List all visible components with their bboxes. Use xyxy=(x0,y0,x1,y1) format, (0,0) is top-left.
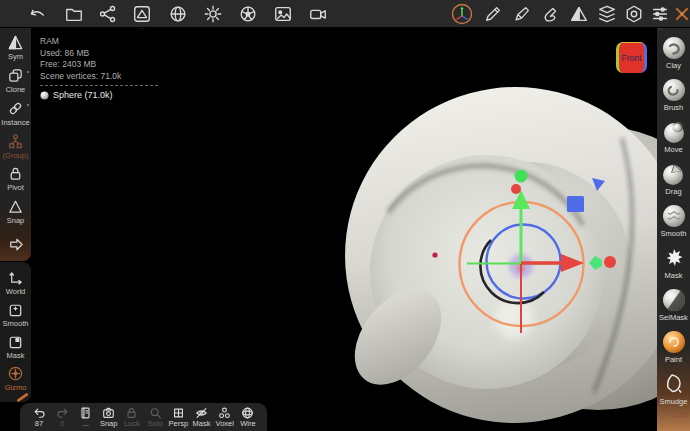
redo-button[interactable]: 0 xyxy=(51,406,73,428)
transform-panel: World Smooth Mask Gizmo xyxy=(0,262,31,402)
lock-icon xyxy=(124,406,139,420)
files-button[interactable] xyxy=(62,2,86,26)
paint-thumb-icon xyxy=(662,330,686,354)
camera-snap-icon xyxy=(101,406,116,420)
solo-button[interactable]: Solo xyxy=(144,406,166,428)
render-wheel-icon xyxy=(238,4,258,24)
layers-icon xyxy=(597,4,617,24)
lighting-button[interactable] xyxy=(201,2,225,26)
bake-button[interactable] xyxy=(0,228,31,261)
gizmo-handle-blue-square[interactable] xyxy=(567,196,584,212)
snap-view-button[interactable]: Snap xyxy=(98,406,120,428)
history-button[interactable]: … xyxy=(74,406,96,428)
stats-vertices: Scene vertices: 71.0k xyxy=(40,71,158,83)
smudge-tool[interactable]: Smudge xyxy=(657,368,690,410)
stats-separator xyxy=(40,85,158,86)
share-button[interactable] xyxy=(96,2,120,26)
topology-tools-button[interactable] xyxy=(670,2,690,26)
camera-button[interactable] xyxy=(306,2,330,26)
scene-object-row[interactable]: Sphere (71.0k) xyxy=(40,90,158,102)
voxel-icon xyxy=(217,406,232,420)
scene-button[interactable]: … xyxy=(130,2,154,26)
group-icon xyxy=(7,133,24,150)
gizmo-handle-pivot-dot[interactable] xyxy=(432,252,437,257)
clay-thumb-icon xyxy=(662,36,686,60)
lighting-sun-icon xyxy=(203,4,223,24)
sliders-button[interactable]: … xyxy=(648,2,672,26)
panel-resize-handle[interactable] xyxy=(16,393,28,403)
stats-used: Used: 86 MB xyxy=(40,48,158,60)
settings-button[interactable] xyxy=(622,2,646,26)
wireframe-button[interactable]: Wire xyxy=(237,406,259,428)
voxel-button[interactable]: Voxel xyxy=(214,406,236,428)
render-button[interactable] xyxy=(236,2,260,26)
sym-button[interactable]: Sym xyxy=(0,31,31,64)
gizmo-tool-button[interactable] xyxy=(450,2,474,26)
layers-button[interactable] xyxy=(595,2,619,26)
paint-tool-button[interactable] xyxy=(510,2,534,26)
instance-button[interactable]: Instance xyxy=(0,97,31,130)
undo-button[interactable]: 87 xyxy=(28,406,50,428)
axis-icon xyxy=(7,269,24,286)
clay-tool[interactable]: Clay xyxy=(657,32,690,74)
smooth-thumb-icon xyxy=(662,204,686,228)
background-image-button[interactable] xyxy=(271,2,295,26)
mask-tool[interactable]: Mask xyxy=(657,242,690,284)
undo-icon xyxy=(32,406,47,420)
view-cube-label: Front xyxy=(622,53,642,63)
sculpt-app-window: … xyxy=(0,0,690,431)
symmetry-icon xyxy=(7,34,24,51)
lock-view-button[interactable]: Lock xyxy=(121,406,143,428)
share-nodes-icon xyxy=(98,4,118,24)
perspective-button[interactable]: Persp xyxy=(167,406,189,428)
smudge-icon xyxy=(662,372,686,396)
brush-tool[interactable]: Brush xyxy=(657,74,690,116)
snap-button[interactable]: Snap xyxy=(0,195,31,228)
gizmo-handle-green-top[interactable] xyxy=(515,170,528,183)
sphere-model[interactable] xyxy=(323,65,690,431)
sliders-icon xyxy=(650,4,670,24)
submenu-dot xyxy=(27,104,30,107)
world-button[interactable]: World xyxy=(0,266,31,298)
gizmo-handle-red-right[interactable] xyxy=(604,256,616,268)
arrow-right-icon xyxy=(7,236,24,253)
smooth-transform-button[interactable]: Smooth xyxy=(0,298,31,330)
redo-icon xyxy=(55,406,70,420)
move-thumb-icon xyxy=(662,120,686,144)
memory-stats: RAM Used: 86 MB Free: 2403 MB Scene vert… xyxy=(40,36,158,102)
clone-button[interactable]: Clone xyxy=(0,64,31,97)
sliders-more-dots: … xyxy=(648,25,672,29)
stylus-settings-button[interactable] xyxy=(539,2,563,26)
clone-icon xyxy=(7,67,24,84)
symmetry-button[interactable] xyxy=(567,2,591,26)
smooth-square-icon xyxy=(7,301,24,318)
material-button[interactable] xyxy=(166,2,190,26)
group-button[interactable]: (Group) xyxy=(0,130,31,163)
submenu-dot xyxy=(27,71,30,74)
image-icon xyxy=(273,4,293,24)
gizmo-mode-button[interactable]: Gizmo xyxy=(0,362,31,394)
scene-object-label: Sphere (71.0k) xyxy=(53,90,113,102)
mask-splat-icon xyxy=(662,246,686,270)
gizmo-handle-red-top[interactable] xyxy=(511,184,521,194)
scene-pyramid-icon xyxy=(132,4,152,24)
radius-value: 1.70 xyxy=(671,410,687,419)
view-orientation-cube[interactable]: Front xyxy=(616,42,647,73)
smooth-tool[interactable]: Smooth xyxy=(657,200,690,242)
paint-tool[interactable]: Paint xyxy=(657,326,690,368)
paint-knife-icon xyxy=(512,4,532,24)
gizmo-circle-icon xyxy=(7,365,24,382)
mask-transform-button[interactable]: Mask xyxy=(0,330,31,362)
pencil-tool-button[interactable] xyxy=(481,2,505,26)
journal-icon xyxy=(78,406,93,420)
undo-arrow-icon xyxy=(26,4,46,24)
back-button[interactable] xyxy=(24,2,48,26)
mask-visibility-button[interactable]: Mask xyxy=(191,406,213,428)
drag-tool[interactable]: Drag xyxy=(657,158,690,200)
selmask-tool[interactable]: SelMask xyxy=(657,284,690,326)
move-tool[interactable]: Move xyxy=(657,116,690,158)
top-toolbar: … xyxy=(0,0,690,27)
symmetry-triangle-icon xyxy=(569,4,589,24)
lock-icon xyxy=(7,165,24,182)
pivot-button[interactable]: Pivot xyxy=(0,162,31,195)
